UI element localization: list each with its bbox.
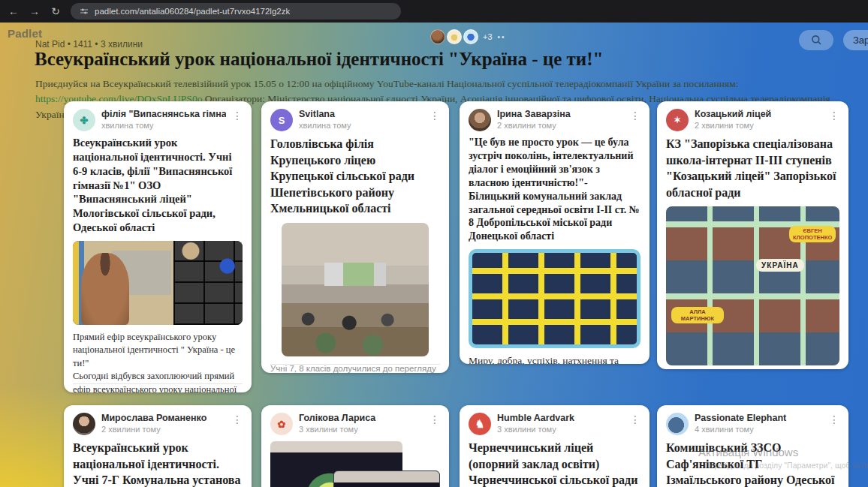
collage-label-chef: ЄВГЕН КЛОПОТЕНКО	[789, 226, 836, 242]
post-time: 3 хвилини тому	[299, 425, 423, 434]
author-name: Голікова Лариса	[299, 413, 423, 423]
post-card[interactable]: Козацький ліцей 2 хвилини тому КЗ "Запор…	[657, 101, 848, 369]
post-menu-icon[interactable]	[630, 109, 640, 121]
back-icon[interactable]: ←	[8, 5, 20, 17]
post-time: хвилина тому	[299, 121, 423, 130]
post-time: 4 хвилини тому	[695, 425, 823, 434]
collaborator-avatar[interactable]	[430, 29, 445, 44]
post-image[interactable]	[270, 441, 440, 487]
post-card[interactable]: філія "Випаснянська гімназія №1" ОЗО "Ви…	[64, 101, 252, 392]
description-text: Приєднуйся на Всеукраїнський телевізійни…	[35, 78, 738, 89]
post-menu-icon[interactable]	[429, 413, 440, 425]
forward-icon[interactable]: →	[29, 5, 41, 17]
post-title: Чернеччинський ліцей (опорний заклад осв…	[469, 440, 640, 487]
aardvark-avatar-icon	[469, 413, 491, 435]
post-time: 3 хвилини тому	[497, 425, 624, 434]
post-image[interactable]	[469, 249, 640, 348]
photo-avatar	[469, 109, 491, 131]
post-image[interactable]	[282, 223, 429, 356]
post-menu-icon[interactable]	[429, 109, 440, 121]
collaborators-more-count[interactable]: +3	[483, 32, 493, 41]
author-name: Svitlana	[299, 109, 423, 119]
post-card[interactable]: S Svitlana хвилина тому Головлівська філ…	[261, 101, 449, 373]
post-title: "Це був не просто урок — це була зустріч…	[469, 136, 640, 243]
collaborators: +3	[430, 29, 506, 44]
windows-activation-watermark-line2: Перейдіть до розділу "Параметри", щоб ак…	[704, 461, 868, 470]
post-time: 2 хвилини тому	[695, 121, 823, 130]
address-bar[interactable]: padlet.com/antalia060284/padlet-ut7rvxo4…	[71, 3, 401, 20]
author-name: Козацький ліцей	[695, 109, 823, 119]
post-image[interactable]: ЄВГЕН КЛОПОТЕНКО УКРАЇНА АЛЛА МАРТИНЮК	[666, 206, 839, 365]
flower-avatar-icon	[270, 413, 293, 435]
collage-label-alla: АЛЛА МАРТИНЮК	[671, 307, 724, 323]
windows-activation-watermark: Активація Windows	[698, 446, 798, 458]
board-meta: Nat Pid • 1411 • 3 хвилини	[35, 39, 143, 50]
tv-presenter-screenshot	[333, 470, 440, 487]
post-title: Всеукраїнський урок національної ідентич…	[73, 440, 243, 487]
post-card[interactable]: Голікова Лариса 3 хвилини тому	[261, 405, 449, 487]
post-title: КЗ "Запорізька спеціалізована школа-інте…	[666, 136, 839, 200]
post-card[interactable]: Ірина Заварзіна 2 хвилини тому "Це був н…	[460, 101, 649, 364]
emblem-avatar-icon	[666, 109, 689, 131]
post-time: 2 хвилини тому	[497, 121, 624, 130]
clover-avatar-icon	[73, 109, 95, 131]
author-name: філія "Випаснянська гімназія №1" ОЗО "Ви…	[101, 109, 226, 119]
author-name: Мирослава Романенко	[101, 413, 226, 423]
collage-label-ukraine: УКРАЇНА	[756, 259, 804, 272]
collaborator-avatar[interactable]	[463, 29, 478, 44]
browser-topbar: ← → ↻ padlet.com/antalia060284/padlet-ut…	[0, 0, 868, 23]
search-button[interactable]	[799, 30, 833, 50]
photo-avatar	[73, 413, 95, 435]
author-name: Ірина Заварзіна	[497, 109, 624, 119]
post-card[interactable]: Мирослава Романенко 2 хвилини тому Всеук…	[64, 405, 252, 487]
post-menu-icon[interactable]	[829, 109, 839, 121]
register-button[interactable]: Заре	[843, 30, 868, 50]
post-time: 2 хвилини тому	[101, 425, 226, 434]
site-info-icon[interactable]	[80, 7, 89, 16]
letter-avatar: S	[270, 109, 293, 131]
card-divider	[73, 383, 243, 384]
post-title: Головлівська філія Крупецького ліцею Кру…	[270, 136, 440, 217]
post-image[interactable]	[73, 241, 243, 325]
post-card[interactable]: Humble Aardvark 3 хвилини тому Чернеччин…	[460, 405, 649, 487]
search-icon	[811, 35, 822, 46]
classroom-pupils	[282, 308, 429, 356]
author-name: Passionate Elephant	[695, 413, 823, 423]
post-time: хвилина тому	[101, 121, 226, 130]
post-menu-icon[interactable]	[630, 413, 640, 425]
boxer-photo	[73, 241, 173, 325]
post-menu-icon[interactable]	[232, 413, 243, 425]
video-call-grid	[173, 241, 243, 325]
url-text: padlet.com/antalia060284/padlet-ut7rvxo4…	[95, 7, 290, 16]
author-name: Humble Aardvark	[497, 413, 624, 423]
collaborators-overflow-dots	[498, 33, 506, 41]
padlet-board: Padlet +3 Заре Nat Pid • 1411 • 3 хвилин…	[0, 23, 868, 487]
post-menu-icon[interactable]	[829, 413, 839, 425]
card-divider	[270, 364, 440, 365]
post-menu-icon[interactable]	[232, 109, 243, 121]
page-title: Всеукраїнський урок національної ідентич…	[35, 49, 603, 70]
classroom-screen	[324, 263, 386, 285]
reload-icon[interactable]: ↻	[50, 5, 62, 17]
padlet-logo[interactable]: Padlet	[8, 27, 42, 40]
post-body: Миру, добра, успіхів, натхнення та позит…	[469, 354, 640, 364]
elephant-avatar-icon	[666, 413, 689, 435]
collaborator-avatar[interactable]	[447, 29, 462, 44]
post-title: Всеукраїнський урок національної ідентич…	[73, 136, 243, 235]
